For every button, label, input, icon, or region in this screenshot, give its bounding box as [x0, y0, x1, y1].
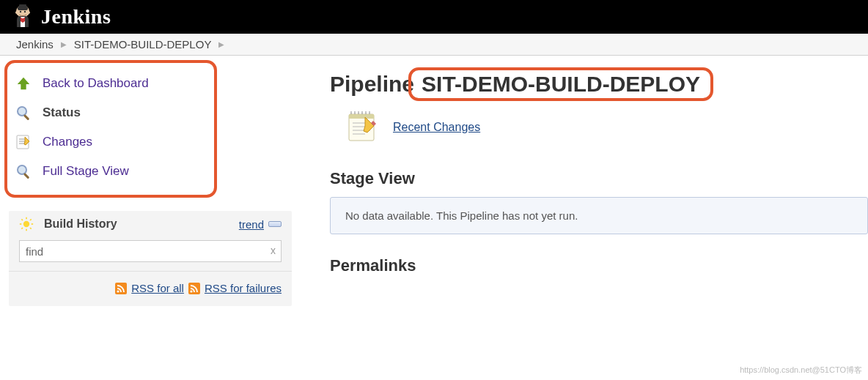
page-title: Pipeline SIT-DEMO-BUILD-DEPLOY	[330, 67, 868, 101]
svg-line-19	[30, 228, 32, 229]
rss-failures-link[interactable]: RSS for failures	[205, 282, 282, 294]
breadcrumb: Jenkins ▶ SIT-DEMO-BUILD-DEPLOY ▶	[0, 34, 868, 56]
sidebar-item-label: Status	[43, 105, 81, 120]
sidebar-item-full-stage-view[interactable]: Full Stage View	[10, 157, 211, 186]
breadcrumb-item-jenkins[interactable]: Jenkins	[12, 38, 58, 51]
svg-rect-27	[349, 114, 374, 119]
rss-icon	[188, 283, 200, 294]
svg-point-23	[117, 290, 119, 292]
sidebar-item-changes[interactable]: Changes	[10, 127, 211, 157]
svg-rect-2	[19, 4, 26, 8]
svg-rect-24	[188, 283, 200, 294]
svg-line-18	[21, 219, 23, 220]
chevron-right-icon: ▶	[216, 40, 227, 48]
build-history-panel: Build History trend x RSS for all R	[9, 211, 292, 306]
permalinks-title: Permalinks	[330, 256, 868, 275]
pipeline-name-highlight: SIT-DEMO-BUILD-DEPLOY	[408, 67, 713, 101]
recent-changes-link[interactable]: Recent Changes	[393, 121, 480, 134]
svg-point-5	[18, 107, 26, 116]
breadcrumb-item-job[interactable]: SIT-DEMO-BUILD-DEPLOY	[70, 38, 216, 51]
notepad-icon	[343, 107, 381, 147]
trend-link[interactable]: trend	[239, 218, 264, 231]
sidebar-item-label: Changes	[43, 135, 92, 149]
svg-rect-22	[115, 283, 127, 294]
arrow-up-icon	[15, 75, 32, 92]
stage-view-title: Stage View	[330, 169, 868, 188]
build-history-title: Build History	[44, 217, 239, 231]
svg-rect-12	[23, 173, 29, 179]
trend-bar-icon	[268, 221, 282, 227]
page-title-prefix: Pipeline	[330, 72, 414, 97]
svg-point-13	[23, 221, 29, 227]
svg-point-3	[20, 10, 21, 12]
build-find-input[interactable]	[19, 240, 282, 262]
clear-icon[interactable]: x	[271, 245, 276, 256]
sun-icon	[19, 217, 34, 231]
jenkins-butler-icon	[12, 4, 34, 31]
svg-point-4	[24, 10, 26, 12]
sidebar-item-status[interactable]: Status	[10, 98, 211, 127]
sidebar-item-label: Back to Dashboard	[43, 76, 149, 91]
side-nav-highlight: Back to Dashboard Status	[4, 60, 217, 198]
jenkins-logo-link[interactable]: Jenkins	[12, 4, 111, 31]
svg-line-20	[21, 228, 23, 229]
magnifier-icon	[15, 104, 32, 122]
svg-point-25	[190, 290, 192, 292]
app-header: Jenkins	[0, 0, 868, 34]
watermark: https://blog.csdn.net@51CTO博客	[740, 365, 862, 376]
sidebar-item-label: Full Stage View	[43, 164, 129, 179]
sidebar-item-back-to-dashboard[interactable]: Back to Dashboard	[10, 69, 211, 98]
rss-all-link[interactable]: RSS for all	[131, 282, 184, 294]
magnifier-icon	[15, 163, 32, 180]
chevron-right-icon: ▶	[58, 40, 70, 48]
rss-icon	[115, 283, 127, 294]
stage-view-empty: No data available. This Pipeline has not…	[330, 197, 868, 234]
document-icon	[15, 133, 32, 151]
svg-rect-6	[23, 114, 29, 120]
logo-text: Jenkins	[41, 5, 111, 29]
svg-point-11	[18, 165, 26, 174]
svg-line-21	[30, 219, 32, 220]
